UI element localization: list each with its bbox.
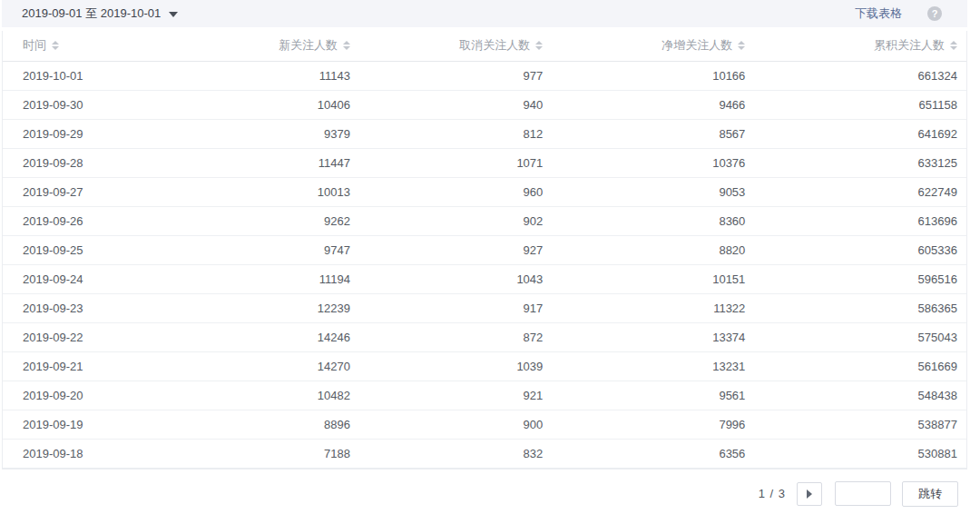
column-header-label: 净增关注人数 <box>662 38 732 52</box>
stats-table: 时间 新关注人数 取消关注人数 净增关注人数 累积关注人数 2 <box>2 31 967 470</box>
cell-cumulative: 641692 <box>754 119 966 148</box>
cell-cumulative: 538877 <box>754 410 966 439</box>
column-header-net-increase[interactable]: 净增关注人数 <box>552 31 754 61</box>
download-table-link[interactable]: 下载表格 <box>855 5 902 22</box>
cell-new-followers: 8896 <box>195 410 359 439</box>
cell-new-followers: 14246 <box>195 322 359 351</box>
cell-cumulative: 633125 <box>754 148 966 177</box>
jump-button[interactable]: 跳转 <box>902 481 958 507</box>
cell-date: 2019-09-18 <box>3 439 195 468</box>
cell-date: 2019-09-27 <box>3 177 195 206</box>
sort-icon[interactable] <box>52 41 59 50</box>
cell-cumulative: 530881 <box>754 439 966 468</box>
cell-unfollowers: 1039 <box>359 351 552 381</box>
table-row: 2019-09-1988969007996538877 <box>3 410 966 439</box>
cell-unfollowers: 1043 <box>359 264 552 293</box>
cell-unfollowers: 902 <box>359 206 552 235</box>
help-icon[interactable]: ? <box>927 6 942 21</box>
cell-cumulative: 613696 <box>754 206 966 235</box>
column-header-label: 时间 <box>23 38 46 52</box>
cell-date: 2019-09-28 <box>3 148 195 177</box>
table-row: 2019-09-30104069409466651158 <box>3 90 966 119</box>
cell-new-followers: 11143 <box>195 61 359 90</box>
cell-new-followers: 10013 <box>195 177 359 206</box>
cell-unfollowers: 872 <box>359 322 552 351</box>
column-header-unfollowers[interactable]: 取消关注人数 <box>359 31 552 61</box>
table-header-row: 时间 新关注人数 取消关注人数 净增关注人数 累积关注人数 <box>3 31 966 61</box>
cell-net-increase: 8567 <box>552 119 754 148</box>
cell-net-increase: 7996 <box>552 410 754 439</box>
cell-unfollowers: 832 <box>359 439 552 468</box>
cell-net-increase: 13231 <box>552 351 754 381</box>
cell-net-increase: 6356 <box>552 439 754 468</box>
table-row: 2019-09-2597479278820605336 <box>3 235 966 264</box>
date-range-selector[interactable]: 2019-09-01 至 2019-10-01 <box>22 5 178 22</box>
cell-new-followers: 9747 <box>195 235 359 264</box>
cell-cumulative: 651158 <box>754 90 966 119</box>
cell-unfollowers: 917 <box>359 293 552 322</box>
cell-date: 2019-09-25 <box>3 235 195 264</box>
table-body: 2019-10-0111143977101666613242019-09-301… <box>3 61 966 468</box>
cell-net-increase: 10166 <box>552 61 754 90</box>
cell-net-increase: 13374 <box>552 322 754 351</box>
column-header-time[interactable]: 时间 <box>3 31 195 61</box>
table-row: 2019-09-2993798128567641692 <box>3 119 966 148</box>
cell-net-increase: 8360 <box>552 206 754 235</box>
sort-icon[interactable] <box>535 41 543 50</box>
column-header-cumulative[interactable]: 累积关注人数 <box>754 31 966 61</box>
cell-new-followers: 14270 <box>195 351 359 381</box>
topbar-actions: 下载表格 ? <box>855 5 942 22</box>
table-row: 2019-09-231223991711322586365 <box>3 293 966 322</box>
cell-net-increase: 9053 <box>552 177 754 206</box>
chevron-right-icon <box>807 489 812 499</box>
chevron-down-icon <box>169 12 178 17</box>
cell-date: 2019-09-29 <box>3 119 195 148</box>
cell-cumulative: 661324 <box>754 61 966 90</box>
cell-new-followers: 12239 <box>195 293 359 322</box>
sort-icon[interactable] <box>343 41 350 50</box>
cell-unfollowers: 977 <box>359 61 552 90</box>
cell-date: 2019-09-26 <box>3 206 195 235</box>
column-header-label: 取消关注人数 <box>459 38 530 52</box>
column-header-label: 累积关注人数 <box>874 38 945 52</box>
cell-net-increase: 9466 <box>552 90 754 119</box>
cell-unfollowers: 900 <box>359 410 552 439</box>
table-row: 2019-09-2114270103913231561669 <box>3 351 966 381</box>
cell-net-increase: 8820 <box>552 235 754 264</box>
cell-new-followers: 10482 <box>195 381 359 410</box>
cell-unfollowers: 940 <box>359 90 552 119</box>
table-row: 2019-09-2692629028360613696 <box>3 206 966 235</box>
cell-date: 2019-09-21 <box>3 351 195 381</box>
cell-cumulative: 622749 <box>754 177 966 206</box>
cell-net-increase: 10151 <box>552 264 754 293</box>
filter-bar: 2019-09-01 至 2019-10-01 下载表格 ? <box>2 0 967 27</box>
cell-unfollowers: 812 <box>359 119 552 148</box>
cell-new-followers: 11194 <box>195 264 359 293</box>
cell-net-increase: 9561 <box>552 381 754 410</box>
column-header-new-followers[interactable]: 新关注人数 <box>195 31 359 61</box>
cell-cumulative: 596516 <box>754 264 966 293</box>
next-page-button[interactable] <box>797 482 822 506</box>
cell-new-followers: 9379 <box>195 119 359 148</box>
table-row: 2019-09-1871888326356530881 <box>3 439 966 468</box>
date-range-label: 2019-09-01 至 2019-10-01 <box>22 5 161 22</box>
table-row: 2019-09-2811447107110376633125 <box>3 148 966 177</box>
table-row: 2019-09-2411194104310151596516 <box>3 264 966 293</box>
table-row: 2019-09-20104829219561548438 <box>3 381 966 410</box>
table-row: 2019-09-27100139609053622749 <box>3 177 966 206</box>
page-jump-input[interactable] <box>835 481 891 506</box>
cell-date: 2019-10-01 <box>3 61 195 90</box>
sort-icon[interactable] <box>950 41 957 50</box>
cell-cumulative: 575043 <box>754 322 966 351</box>
cell-date: 2019-09-22 <box>3 322 195 351</box>
table-row: 2019-09-221424687213374575043 <box>3 322 966 351</box>
page-indicator: 1 / 3 <box>759 487 786 500</box>
cell-net-increase: 11322 <box>552 293 754 322</box>
cell-new-followers: 7188 <box>195 439 359 468</box>
cell-cumulative: 586365 <box>754 293 966 322</box>
cell-net-increase: 10376 <box>552 148 754 177</box>
sort-icon[interactable] <box>738 41 745 50</box>
cell-new-followers: 10406 <box>195 90 359 119</box>
cell-new-followers: 11447 <box>195 148 359 177</box>
cell-cumulative: 548438 <box>754 381 966 410</box>
